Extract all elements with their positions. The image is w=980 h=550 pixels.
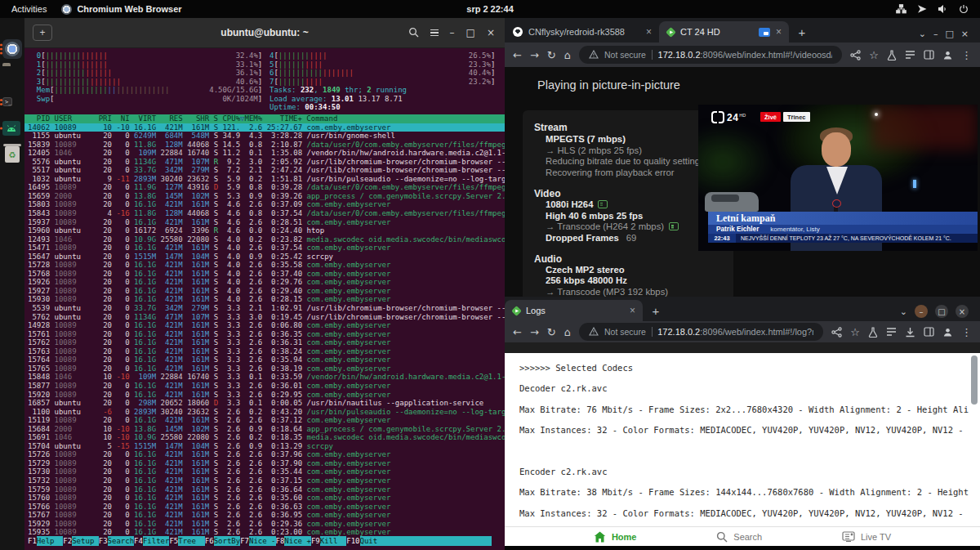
reload-button[interactable]: ↻	[547, 327, 556, 338]
process-row[interactable]: 15929 10089 20 0 16.1G 421M 161M S 2.6 2…	[28, 520, 505, 529]
process-row[interactable]: 15730 10089 20 0 16.1G 421M 161M S 2.6 2…	[28, 467, 505, 476]
window-maximize-button[interactable]: □	[945, 29, 953, 39]
tab-ct24-hd[interactable]: CT 24 HD ×	[659, 21, 789, 42]
process-row[interactable]: 15767 10089 20 0 16.1G 421M 161M S 2.6 2…	[28, 511, 505, 520]
window-close-button[interactable]: ×	[956, 305, 969, 318]
process-row[interactable]: 5517 ubuntu 20 0 33.7G 342M 279M S 7.2 2…	[28, 166, 505, 175]
process-row[interactable]: 15762 10089 20 0 16.1G 421M 161M S 3.3 2…	[28, 338, 505, 347]
process-row[interactable]: 15766 10089 20 0 16.1G 421M 161M S 2.6 2…	[28, 503, 505, 512]
volume-icon[interactable]	[938, 4, 948, 14]
window-chevron-icon[interactable]: ⌄	[900, 306, 907, 317]
process-row[interactable]: 15920 10089 20 0 16.1G 421M 161M S 3.3 2…	[28, 391, 505, 400]
htop-screen[interactable]: 0[|||||||||||||| 32.4%] 1[||||||||||||||…	[24, 47, 505, 550]
focused-app-menu[interactable]: Chromium Web Browser	[61, 4, 181, 15]
htop-function-key-bar[interactable]: F1Help F2Setup F3SearchF4FilterF5Tree F6…	[28, 536, 492, 546]
terminal-minimize-button[interactable]: –	[450, 28, 455, 38]
dock-scrcpy-android-icon[interactable]	[2, 118, 22, 138]
terminal-titlebar[interactable]: + ubuntu@ubuntu: ~ – □ ×	[24, 18, 505, 48]
terminal-new-tab-button[interactable]: +	[33, 25, 52, 41]
download-icon[interactable]	[905, 327, 915, 338]
process-row[interactable]: 16857 ubuntu 20 0 298M 20652 18060 D 3.3…	[28, 399, 505, 408]
process-row[interactable]: 15764 10089 20 0 16.1G 421M 161M S 3.3 2…	[28, 355, 505, 364]
process-row[interactable]: 1100 ubuntu -6 0 2893M 30240 23632 S 2.6…	[28, 408, 505, 417]
browser-menu-icon[interactable]: ⋮	[961, 49, 972, 61]
airplane-mode-icon[interactable]	[917, 4, 927, 14]
address-bar[interactable]: Not secure 172.18.0.2:8096/web/index.htm…	[579, 46, 842, 64]
network-icon[interactable]	[896, 4, 906, 14]
back-button[interactable]: ←	[513, 50, 522, 60]
nav-home[interactable]: Home	[594, 531, 637, 543]
share-icon[interactable]	[850, 50, 861, 60]
extension-flask-icon[interactable]	[887, 50, 897, 60]
process-row[interactable]: 15843 10089 4 -16 11.8G 128M 44068 S 4.6…	[28, 209, 505, 218]
process-row[interactable]: 15659 2000 20 0 13.8G 145M 102M S 5.3 0.…	[28, 192, 505, 201]
process-row[interactable]: 15760 10089 20 0 16.1G 421M 161M S 2.6 2…	[28, 494, 505, 503]
reading-list-icon[interactable]	[886, 327, 897, 337]
process-row[interactable]: 15726 10089 20 0 16.1G 421M 161M S 2.6 2…	[28, 450, 505, 459]
reload-button[interactable]: ↻	[547, 50, 556, 60]
process-row[interactable]: 12493 1046 20 0 10.9G 25580 22080 S 4.0 …	[28, 235, 505, 244]
bookmark-star-icon[interactable]: ☆	[850, 326, 860, 338]
process-row[interactable]: 15647 ubuntu 20 0 1515M 147M 104M S 4.0 …	[28, 253, 505, 262]
process-row[interactable]: 15761 10089 20 0 16.1G 421M 161M S 3.3 2…	[28, 330, 505, 339]
process-row[interactable]: 16495 10089 20 0 11.9G 127M 43916 D 5.9 …	[28, 183, 505, 192]
window-close-button[interactable]: ×	[961, 29, 969, 39]
new-tab-button[interactable]: +	[792, 22, 812, 42]
dock-chromium-icon[interactable]	[2, 39, 22, 59]
process-row[interactable]: 15684 2000 10 -10 13.8G 145M 102M S 2.6 …	[28, 425, 505, 434]
split-view-icon[interactable]	[924, 327, 934, 337]
nav-search[interactable]: Search	[716, 531, 762, 543]
browser-menu-icon[interactable]: ⋮	[961, 326, 972, 338]
tab-close-icon[interactable]: ×	[630, 306, 635, 315]
tab-github-redroid[interactable]: CNflysky/redroid-rk3588 ×	[505, 21, 659, 42]
dock-terminal-icon[interactable]: >_	[2, 92, 22, 112]
process-row[interactable]: 14928 10089 20 0 16.1G 421M 161M S 3.3 2…	[28, 321, 505, 330]
tab-close-icon[interactable]: ×	[776, 27, 782, 37]
process-row[interactable]: 15759 10089 20 0 16.1G 421M 161M S 2.6 2…	[28, 485, 505, 494]
forward-button[interactable]: →	[530, 50, 539, 60]
process-row[interactable]: 1032 ubuntu 9 -11 2893M 30240 23632 S 5.…	[28, 175, 505, 184]
process-row[interactable]: 15877 10089 20 0 16.1G 421M 161M S 3.3 2…	[28, 382, 505, 391]
dock-files-icon[interactable]	[2, 65, 22, 85]
share-icon[interactable]	[831, 327, 842, 338]
process-row[interactable]: 15729 10089 20 0 16.1G 421M 161M S 2.6 2…	[28, 459, 505, 468]
tab-close-icon[interactable]: ×	[646, 27, 652, 37]
forward-button[interactable]: →	[530, 327, 539, 338]
process-row[interactable]: 15960 ubuntu 20 0 16172 6924 3396 R 4.6 …	[28, 226, 505, 235]
profile-avatar-icon[interactable]	[942, 327, 953, 338]
process-table-header[interactable]: PID USER PRI NI VIRT RES SHR S CPU%▽MEM%…	[24, 114, 505, 123]
address-bar[interactable]: Not secure 172.18.0.2:8096/web/index.htm…	[579, 323, 823, 341]
log-viewer[interactable]: >>>>>> Selected CodecsDecoder c2.rk.avcM…	[505, 353, 980, 527]
process-row[interactable]: 14062 10089 10 -10 16.1G 421M 161M S 121…	[24, 123, 505, 132]
process-row[interactable]: 15930 10089 20 0 16.1G 421M 161M S 4.0 2…	[28, 295, 505, 304]
process-row[interactable]: 15732 10089 20 0 16.1G 421M 161M S 2.6 2…	[28, 476, 505, 485]
process-row[interactable]: 15691 1046 10 -10 10.9G 25580 22080 S 2.…	[28, 433, 505, 442]
window-minimize-button[interactable]: –	[915, 305, 928, 318]
process-row[interactable]: 15119 10089 20 0 16.1G 421M 161M S 2.6 2…	[28, 416, 505, 425]
process-row[interactable]: 15937 10089 20 0 16.1G 421M 161M S 4.6 2…	[28, 218, 505, 227]
terminal-close-button[interactable]: ×	[487, 28, 495, 38]
process-row[interactable]: 5539 ubuntu 20 0 33.7G 342M 279M S 3.3 2…	[28, 304, 505, 313]
split-view-icon[interactable]	[924, 50, 934, 60]
process-row[interactable]: 15926 10089 20 0 16.1G 421M 161M S 4.0 2…	[28, 278, 505, 287]
process-row[interactable]: 5576 ubuntu 20 0 1134G 471M 107M R 9.2 3…	[28, 158, 505, 167]
tab-logs[interactable]: Logs ×	[505, 300, 643, 321]
nav-live-tv[interactable]: Live TV	[842, 531, 891, 542]
home-button[interactable]: ⌂	[564, 327, 571, 338]
process-row[interactable]: 15927 10089 20 0 16.1G 421M 161M S 4.0 2…	[28, 287, 505, 296]
process-row[interactable]: 15803 10089 20 0 16.1G 421M 161M S 4.6 2…	[28, 200, 505, 209]
terminal-search-icon[interactable]	[408, 25, 419, 41]
back-button[interactable]: ←	[513, 327, 522, 338]
process-row[interactable]: 12405 1046 20 0 109M 22884 16740 S 11.2 …	[28, 149, 505, 158]
pip-video-player[interactable]: 24 HD Živě Třinec Letní kampaň Patrik Ei…	[698, 105, 978, 251]
terminal-maximize-button[interactable]: □	[466, 28, 475, 38]
bookmark-star-icon[interactable]: ☆	[869, 49, 879, 61]
process-row[interactable]: 15848 1046 10 -10 109M 22884 16740 S 3.3…	[28, 373, 505, 382]
profile-avatar-icon[interactable]	[942, 50, 953, 60]
new-tab-button[interactable]: +	[646, 301, 666, 320]
reading-list-icon[interactable]	[905, 50, 915, 60]
scrollbar-thumb[interactable]	[971, 355, 978, 405]
process-row[interactable]: 15839 10089 20 0 11.8G 128M 44068 S 14.5…	[28, 141, 505, 150]
home-button[interactable]: ⌂	[564, 50, 571, 60]
process-row[interactable]: 5762 ubuntu 20 0 1134G 471M 107M S 3.3 3…	[28, 313, 505, 322]
